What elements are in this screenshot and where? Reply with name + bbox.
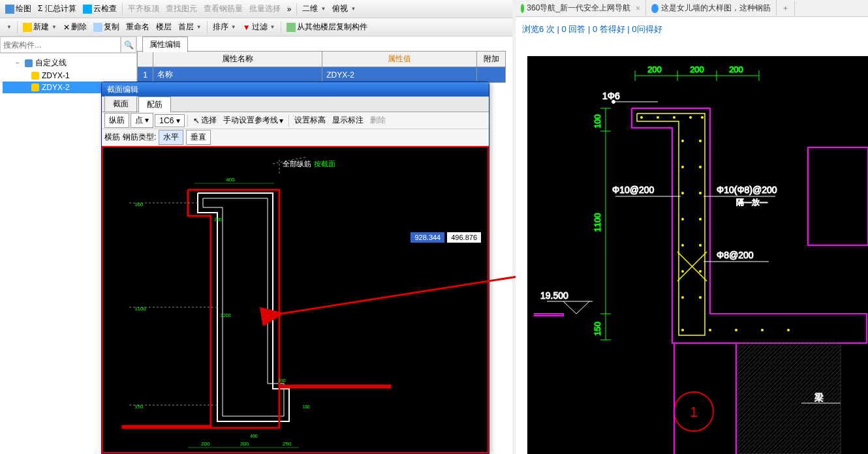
dim-180: 180: [302, 404, 310, 409]
tab-rebar[interactable]: 配筋: [138, 97, 171, 112]
delete-rebar-button[interactable]: 删除: [367, 113, 388, 127]
rebar-2-label: Φ10(Φ8)@200: [717, 185, 777, 195]
close-icon[interactable]: ×: [636, 4, 640, 13]
browser-tab-1[interactable]: 360导航_新一代安全上网导航×: [516, 0, 646, 16]
svg-text:200: 200: [729, 65, 743, 74]
align-button[interactable]: 平齐板顶: [125, 2, 162, 16]
svg-point-34: [699, 140, 702, 142]
filter-button[interactable]: ▼过滤▼: [240, 20, 278, 34]
spec-dropdown[interactable]: 1C6 ▾: [155, 114, 184, 127]
more-button[interactable]: »: [285, 3, 294, 15]
svg-point-32: [701, 116, 704, 119]
rebar-1-label: Φ10@200: [612, 185, 655, 195]
svg-point-41: [681, 244, 684, 247]
ortho-dropdown[interactable]: 俯视▼: [330, 2, 358, 16]
search-button[interactable]: 🔍: [121, 37, 136, 53]
copy-from-floor-button[interactable]: 从其他楼层复制构件: [284, 20, 370, 34]
col-name: 属性名称: [153, 52, 322, 67]
draw-button[interactable]: 绘图: [3, 2, 34, 16]
vert-rebar-button[interactable]: 纵筋: [104, 113, 129, 128]
rebar-3-label: Φ8@200: [717, 250, 754, 260]
section-editor-window[interactable]: 截面编辑 截面 配筋 纵筋 点 ▾ 1C6 ▾ ↖ 选择 手动设置参考线 ▾ 设…: [101, 82, 489, 454]
svg-point-45: [681, 296, 684, 299]
batch-select-button[interactable]: 批量选择: [247, 2, 283, 16]
rebar-2b-label: 隔—放—: [736, 198, 767, 207]
svg-point-51: [787, 329, 790, 331]
dim-150: 150: [134, 404, 144, 410]
svg-text:200: 200: [690, 65, 704, 74]
dim-100: 100: [134, 202, 144, 207]
view-rebar-button[interactable]: 查看钢筋量: [201, 2, 245, 16]
dim-250: 250: [283, 441, 292, 447]
view-2d-dropdown[interactable]: 二维▼: [300, 2, 328, 16]
svg-point-36: [699, 166, 702, 168]
rename-button[interactable]: 重命名: [123, 20, 152, 34]
search-input[interactable]: [0, 37, 121, 53]
set-level-button[interactable]: 设置标高: [292, 113, 328, 127]
detail-number: 1: [690, 404, 698, 420]
level-label: 19.500: [540, 290, 568, 301]
dim-200-d: 200: [240, 441, 249, 447]
horiz-rebar-label: 横筋: [104, 132, 120, 143]
manual-ref-button[interactable]: 手动设置参考线 ▾: [221, 113, 286, 127]
svg-point-42: [699, 244, 702, 247]
dim-400-b: 400: [250, 434, 258, 438]
svg-rect-24: [808, 147, 868, 245]
svg-point-50: [761, 329, 764, 331]
by-section-label: 按截面: [314, 159, 335, 169]
dropdown-icon[interactable]: ▼: [3, 23, 14, 31]
col-extra: 附加: [477, 52, 506, 67]
svg-text:200: 200: [647, 65, 662, 74]
all-rebar-label: 全部纵筋: [283, 159, 311, 169]
svg-point-37: [681, 192, 684, 194]
table-row[interactable]: 1 名称 ZDYX-2: [138, 67, 506, 83]
svg-text:1100: 1100: [593, 213, 602, 232]
dim-200-b: 200: [278, 378, 286, 383]
svg-point-28: [640, 116, 643, 119]
svg-rect-62: [736, 343, 841, 454]
breadcrumb: 浏览6 次 | 0 回答 | 0 答得好 | 0问得好: [516, 17, 868, 42]
vertical-button[interactable]: 垂直: [186, 130, 211, 145]
dim-1200: 1200: [221, 313, 231, 318]
tree-item-1[interactable]: ZDYX-1: [3, 70, 134, 82]
new-button[interactable]: 新建▼: [20, 20, 59, 34]
section-canvas[interactable]: 400 100 1100 150 200 1200 200 180 200 20…: [102, 146, 489, 453]
tab-section[interactable]: 截面: [104, 96, 137, 112]
svg-point-29: [657, 116, 659, 119]
select-button[interactable]: ↖ 选择: [191, 113, 219, 127]
svg-point-47: [681, 329, 684, 331]
window-title: 截面编辑: [102, 82, 489, 97]
show-dim-button[interactable]: 显示标注: [330, 113, 366, 127]
svg-text:150: 150: [593, 322, 602, 336]
floor-label: 楼层: [153, 20, 174, 34]
rebar-type-label: 钢筋类型:: [123, 132, 156, 143]
floor-dropdown[interactable]: 首层▼: [176, 20, 204, 34]
svg-point-49: [735, 329, 737, 331]
svg-point-46: [699, 296, 702, 299]
horizontal-button[interactable]: 水平: [159, 130, 183, 145]
browser-tab-2[interactable]: 这是女儿墙的大样图，这种钢筋: [646, 0, 777, 16]
dim-200-c: 200: [201, 441, 210, 447]
cad-drawing: 200 200 200 100 1100 150: [527, 56, 868, 454]
svg-point-40: [699, 218, 702, 220]
tree-root[interactable]: −自定义线: [3, 56, 134, 70]
new-tab-button[interactable]: +: [777, 1, 795, 16]
svg-text:100: 100: [593, 114, 602, 129]
property-table: 属性名称 属性值 附加 1 名称 ZDYX-2: [137, 51, 506, 83]
delete-button[interactable]: ✕ 删除: [61, 20, 89, 34]
copy-button[interactable]: 复制: [91, 20, 122, 34]
svg-point-33: [681, 140, 684, 142]
coordinate-display: 928.344 496.876: [411, 232, 481, 243]
point-dropdown[interactable]: 点 ▾: [131, 113, 153, 128]
mark-label: 1Φ6: [602, 91, 620, 101]
svg-point-35: [681, 166, 684, 168]
find-element-button[interactable]: 查找图元: [163, 2, 200, 16]
property-tab[interactable]: 属性编辑: [142, 37, 188, 52]
sum-button[interactable]: Σ 汇总计算: [35, 2, 79, 16]
svg-point-39: [681, 218, 684, 220]
cloud-check-button[interactable]: 云检查: [80, 2, 119, 16]
dim-1100: 1100: [134, 306, 146, 312]
svg-point-38: [699, 192, 702, 194]
sort-button[interactable]: 排序▼: [210, 20, 239, 34]
svg-point-30: [673, 116, 675, 119]
